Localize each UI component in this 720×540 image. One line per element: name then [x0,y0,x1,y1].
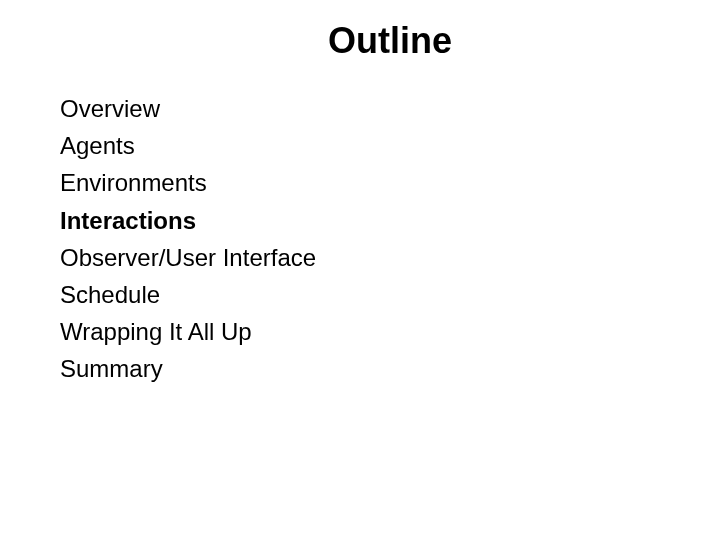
outline-item: Agents [60,127,660,164]
outline-item: Environments [60,164,660,201]
outline-item-current: Interactions [60,202,660,239]
outline-list: Overview Agents Environments Interaction… [60,90,660,388]
outline-item: Observer/User Interface [60,239,660,276]
slide: Outline Overview Agents Environments Int… [0,0,720,540]
outline-item: Overview [60,90,660,127]
outline-item: Summary [60,350,660,387]
slide-title: Outline [120,20,660,62]
outline-item: Schedule [60,276,660,313]
outline-item: Wrapping It All Up [60,313,660,350]
